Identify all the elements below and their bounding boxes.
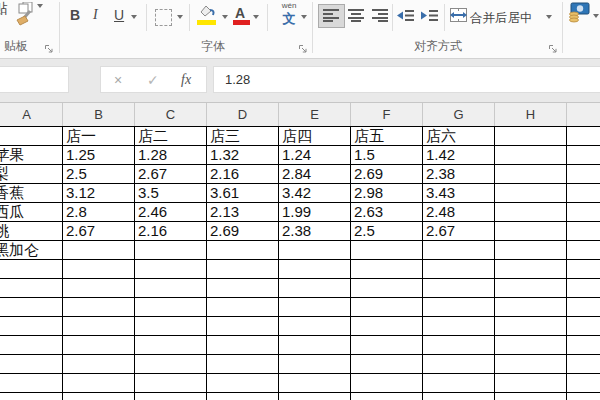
cell[interactable] [63,260,135,279]
column-header-B[interactable]: B [63,103,135,126]
merge-center-icon[interactable] [450,8,467,26]
cell[interactable] [567,241,600,260]
cell[interactable]: 1.42 [423,146,495,165]
cell[interactable]: 2.38 [423,165,495,184]
cell[interactable] [207,393,279,400]
column-header-C[interactable]: C [135,103,207,126]
cell[interactable] [0,355,63,374]
cell[interactable] [567,184,600,203]
cell[interactable]: 2.69 [351,165,423,184]
cell[interactable] [423,298,495,317]
cell[interactable] [63,374,135,393]
cell[interactable]: 店三 [207,127,279,146]
cell[interactable] [495,184,567,203]
cell[interactable]: 1.25 [63,146,135,165]
cell[interactable] [495,374,567,393]
cell[interactable] [279,298,351,317]
cell[interactable] [207,317,279,336]
phonetic-guide-button[interactable]: wén 文 [278,1,300,28]
cell[interactable] [351,317,423,336]
cell[interactable]: 店六 [423,127,495,146]
cell[interactable] [495,355,567,374]
insert-function-icon[interactable]: fx [181,72,191,88]
cell[interactable] [567,393,600,400]
cell[interactable]: 2.8 [63,203,135,222]
cell[interactable] [351,298,423,317]
cell[interactable] [567,298,600,317]
cell[interactable] [567,317,600,336]
cell[interactable]: 2.67 [423,222,495,241]
column-header-G[interactable]: G [423,103,495,126]
cell[interactable]: 1.28 [135,146,207,165]
cell[interactable] [63,355,135,374]
fill-color-dropdown-icon[interactable] [222,15,228,19]
cell[interactable] [495,298,567,317]
cell[interactable] [423,279,495,298]
cell[interactable] [495,317,567,336]
cell[interactable]: 1.5 [351,146,423,165]
cell[interactable]: 西瓜 [0,203,63,222]
cell[interactable] [351,393,423,400]
column-header-A[interactable]: A [0,103,63,126]
cell[interactable]: 2.69 [207,222,279,241]
cell[interactable] [495,241,567,260]
cell[interactable] [423,374,495,393]
cell[interactable] [135,393,207,400]
column-header-F[interactable]: F [351,103,423,126]
cell[interactable] [135,241,207,260]
cell[interactable]: 2.5 [351,222,423,241]
cell[interactable]: 2.38 [279,222,351,241]
cell[interactable] [351,374,423,393]
cell[interactable] [63,279,135,298]
font-dialog-launcher-icon[interactable] [298,40,308,50]
cell[interactable] [135,260,207,279]
cell[interactable] [0,393,63,400]
cell[interactable] [423,317,495,336]
font-color-dropdown-icon[interactable] [253,15,259,19]
cell[interactable] [135,374,207,393]
copy-dropdown-icon[interactable] [37,4,43,8]
cell[interactable] [0,298,63,317]
phonetic-dropdown-icon[interactable] [301,15,307,19]
cell[interactable]: 1.24 [279,146,351,165]
cell[interactable] [63,336,135,355]
cell[interactable] [279,355,351,374]
cell[interactable] [567,127,600,146]
cell[interactable]: 3.61 [207,184,279,203]
cell[interactable]: 黑加仑 [0,241,63,260]
cell[interactable] [567,222,600,241]
formula-input[interactable]: 1.28 [213,66,600,93]
paste-button[interactable]: 贴 [0,0,8,16]
cell[interactable] [567,260,600,279]
clipboard-dialog-launcher-icon[interactable] [44,40,54,50]
cell[interactable] [279,279,351,298]
cell[interactable]: 2.13 [207,203,279,222]
cell[interactable] [63,317,135,336]
align-left-button[interactable] [318,4,345,28]
merge-center-dropdown-icon[interactable] [546,15,552,19]
cell[interactable] [279,374,351,393]
underline-dropdown-icon[interactable] [131,15,137,19]
cell[interactable] [351,279,423,298]
cell[interactable] [423,336,495,355]
accounting-number-format-icon[interactable] [567,2,591,28]
cell[interactable]: 2.16 [135,222,207,241]
cell[interactable] [567,374,600,393]
cell[interactable] [423,241,495,260]
cell[interactable] [495,203,567,222]
column-header-D[interactable]: D [207,103,279,126]
cell[interactable] [423,260,495,279]
cell[interactable] [207,374,279,393]
borders-dropdown-icon[interactable] [177,15,183,19]
cell[interactable]: 香蕉 [0,184,63,203]
italic-button[interactable]: I [93,7,98,23]
cell[interactable]: 桃 [0,222,63,241]
cell[interactable] [0,260,63,279]
cell[interactable] [351,260,423,279]
column-header-H[interactable]: H [495,103,567,126]
increase-indent-icon[interactable] [421,8,439,26]
cell[interactable] [207,355,279,374]
cell[interactable] [495,336,567,355]
cell[interactable] [135,355,207,374]
decrease-indent-icon[interactable] [397,8,415,26]
